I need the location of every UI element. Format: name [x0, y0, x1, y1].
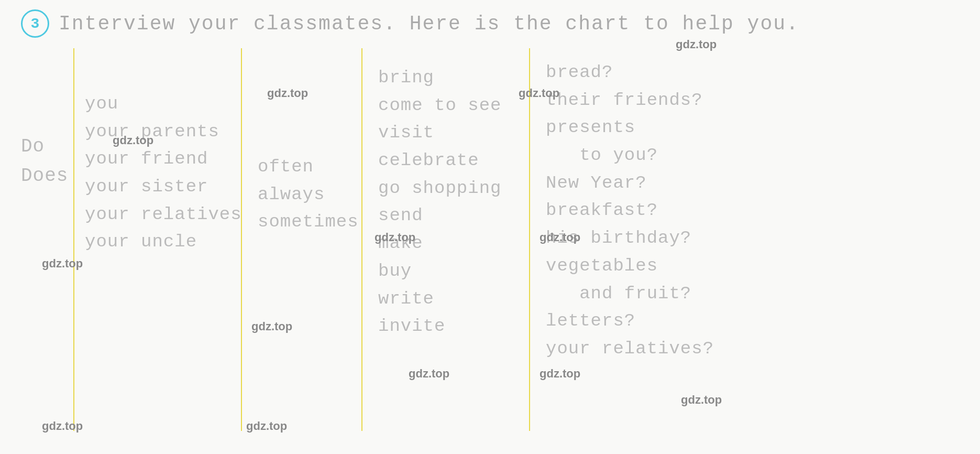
verb-make: make	[378, 230, 529, 257]
freq-sometimes: sometimes	[258, 208, 361, 236]
obj-birthday: his birthday?	[546, 224, 739, 252]
subject-sister: your sister	[85, 173, 241, 201]
verb-bring: bring	[378, 64, 529, 92]
col-subjects: you your parents your friend your sister…	[73, 48, 241, 431]
obj-and-fruit: and fruit?	[546, 280, 739, 308]
do-item: Do	[21, 132, 73, 161]
obj-letters: letters?	[546, 307, 739, 335]
obj-breakfast: breakfast?	[546, 197, 739, 224]
obj-vegetables: vegetables	[546, 252, 739, 280]
does-item: Does	[21, 161, 73, 191]
exercise-number: 3	[21, 9, 49, 38]
obj-new-year: New Year?	[546, 169, 739, 197]
obj-relatives: your relatives?	[546, 335, 739, 363]
col-do-does: Do Does	[21, 48, 73, 431]
subject-uncle: your uncle	[85, 228, 241, 256]
subject-parents: your parents	[85, 118, 241, 146]
chart-area: Do Does you your parents your friend you…	[0, 43, 980, 431]
verb-invite: invite	[378, 312, 529, 340]
verb-send: send	[378, 202, 529, 230]
col-verbs: bring come to see visit celebrate go sho…	[361, 48, 529, 431]
col-frequency: often always sometimes	[241, 48, 361, 431]
verb-celebrate: celebrate	[378, 147, 529, 175]
verb-buy: buy	[378, 257, 529, 285]
header-text: Interview your classmates. Here is the c…	[59, 13, 799, 35]
subject-you: you	[85, 90, 241, 118]
freq-always: always	[258, 181, 361, 209]
obj-to-you: to you?	[546, 142, 739, 169]
verb-visit: visit	[378, 119, 529, 147]
obj-bread: bread?	[546, 59, 739, 87]
col-objects: bread? their friends? presents to you? N…	[529, 48, 739, 431]
verb-come-to-see: come to see	[378, 92, 529, 120]
verb-write: write	[378, 285, 529, 313]
freq-often: often	[258, 153, 361, 181]
subject-friend: your friend	[85, 145, 241, 173]
subject-relatives: your relatives	[85, 201, 241, 229]
header: 3 Interview your classmates. Here is the…	[0, 0, 980, 43]
obj-friends: their friends?	[546, 87, 739, 114]
verb-go-shopping: go shopping	[378, 175, 529, 202]
obj-presents: presents	[546, 114, 739, 142]
